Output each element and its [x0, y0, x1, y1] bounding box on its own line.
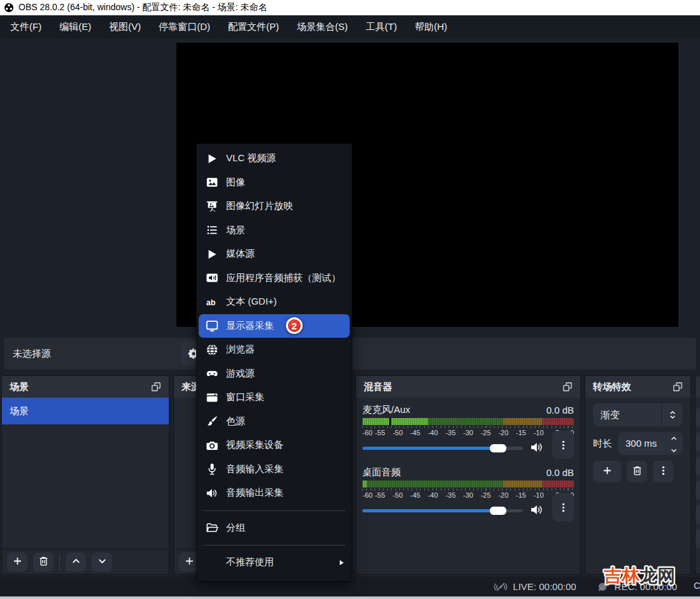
window-bottom-edge	[0, 596, 700, 599]
menu-item[interactable]: 场景	[197, 219, 352, 243]
channel-name: 桌面音频	[362, 466, 401, 479]
menu-item[interactable]: 浏览器	[197, 338, 352, 362]
scale-tick-label: -50	[392, 429, 403, 437]
slideshow-icon	[205, 199, 219, 213]
scale-tick-label: -60	[362, 429, 373, 437]
meter-scale: -60-55-50-45-40-35-30-25-20-15-10-50	[362, 429, 574, 438]
globe-icon	[205, 343, 219, 357]
menu-item[interactable]: 音频输出采集	[197, 481, 352, 505]
menu-item[interactable]: 图像幻灯片放映	[197, 194, 352, 219]
menu-item[interactable]: 显示器采集2	[199, 314, 350, 338]
clipped-button[interactable]	[696, 432, 700, 451]
window-title: OBS 28.0.2 (64-bit, windows) - 配置文件: 未命名…	[18, 2, 268, 13]
transition-options-button[interactable]	[653, 461, 673, 482]
menu-item[interactable]: 应用程序音频捕获（测试）	[197, 266, 352, 291]
scenes-dock: 场景 场景	[1, 375, 169, 575]
duration-spinner[interactable]: 300 ms	[618, 432, 683, 455]
select-chevrons-icon	[661, 403, 683, 426]
menu-item[interactable]: 游戏源	[197, 362, 352, 386]
no-source-label: 未选择源	[13, 338, 51, 370]
scene-list-item[interactable]: 场景	[2, 398, 169, 424]
trash-icon	[631, 465, 643, 479]
menubar-item[interactable]: 编辑(E)	[50, 15, 100, 38]
speaker-icon[interactable]	[529, 440, 546, 456]
volume-slider[interactable]	[362, 509, 523, 512]
menu-item[interactable]: 窗口采集	[197, 386, 352, 410]
menubar-item[interactable]: 配置文件(P)	[219, 15, 288, 38]
channel-db-value: 0.0 dB	[546, 467, 574, 478]
scale-tick-label: -10	[534, 491, 544, 499]
menu-separator	[203, 510, 345, 511]
transition-select[interactable]: 渐变	[593, 403, 683, 426]
popout-icon[interactable]	[561, 380, 574, 393]
kebab-icon	[657, 465, 669, 479]
volume-meter	[362, 480, 574, 487]
remove-transition-button[interactable]	[627, 461, 647, 482]
spinner-chevrons[interactable]	[669, 434, 678, 458]
channel-name: 麦克风/Aux	[362, 404, 410, 416]
menu-item[interactable]: ab文本 (GDI+)	[197, 290, 352, 314]
spin-down-icon[interactable]	[669, 446, 678, 458]
duration-row: 时长 300 ms	[593, 432, 683, 455]
clipped-button[interactable]	[696, 505, 700, 524]
clipped-button[interactable]	[696, 480, 700, 500]
live-status-text: LIVE: 00:00:00	[513, 581, 576, 592]
spin-up-icon[interactable]	[669, 434, 678, 445]
scale-tick-label: -25	[481, 491, 491, 499]
menu-item-label: 音频输出采集	[226, 487, 283, 499]
clipped-button[interactable]	[696, 456, 700, 475]
speaker-icon[interactable]	[529, 502, 546, 519]
add-transition-button[interactable]	[593, 461, 621, 482]
live-status-icon	[494, 580, 508, 594]
play-icon	[205, 152, 219, 166]
menu-item-label: 文本 (GDI+)	[226, 296, 277, 308]
menubar-item[interactable]: 帮助(H)	[406, 15, 456, 38]
popout-icon[interactable]	[150, 380, 162, 393]
menubar-item[interactable]: 停靠窗口(D)	[150, 15, 219, 38]
menu-item[interactable]: 图像	[197, 171, 352, 195]
add-scene-button[interactable]	[7, 552, 27, 572]
scale-tick-label: -45	[410, 491, 420, 499]
camera-icon	[205, 438, 219, 452]
menu-item[interactable]: 不推荐使用	[197, 551, 352, 575]
volume-slider-handle[interactable]	[490, 507, 506, 515]
menu-item[interactable]: 色源	[197, 410, 352, 434]
volume-slider-handle[interactable]	[490, 444, 506, 452]
window-icon	[205, 391, 219, 405]
menu-item[interactable]: 分组	[197, 516, 352, 540]
gamepad-icon	[205, 366, 219, 380]
meter-marker	[389, 418, 391, 425]
obs-logo-icon	[4, 3, 14, 13]
menubar-item[interactable]: 视图(V)	[100, 15, 150, 38]
menu-item[interactable]: 音频输入采集	[197, 458, 352, 482]
menubar-item[interactable]: 场景集合(S)	[288, 15, 357, 38]
meter-level	[362, 418, 428, 425]
controls-dock-clipped	[695, 375, 700, 575]
scene-down-button[interactable]	[92, 552, 112, 572]
watermark: 吉林龙网	[603, 562, 698, 591]
menu-item[interactable]: 媒体源	[197, 242, 352, 266]
menubar-item[interactable]: 工具(T)	[357, 15, 406, 38]
scenes-list: 场景	[2, 398, 169, 424]
menu-item[interactable]: VLC 视频源	[197, 147, 352, 171]
clipped-button[interactable]	[696, 408, 700, 427]
transitions-dock-header: 转场特效	[585, 376, 690, 398]
svg-text:吉林龙网: 吉林龙网	[603, 566, 675, 586]
menubar-item[interactable]: 文件(F)	[1, 15, 50, 38]
remove-scene-button[interactable]	[33, 552, 54, 572]
menu-item[interactable]: 视频采集设备	[197, 433, 352, 458]
channel-options-button[interactable]	[552, 493, 574, 521]
scene-up-button[interactable]	[66, 552, 86, 572]
volume-slider[interactable]	[362, 447, 523, 450]
scale-tick-label: -40	[428, 491, 438, 499]
menu-item-label: 音频输入采集	[226, 463, 283, 475]
scale-tick-label: -30	[463, 491, 473, 499]
clipped-button[interactable]	[696, 529, 700, 548]
scale-tick-label: -10	[534, 429, 544, 437]
mixer-channel: 麦克风/Aux0.0 dB-60-55-50-45-40-35-30-25-20…	[362, 403, 574, 456]
menu-item-label: 场景	[226, 224, 245, 236]
channel-options-button[interactable]	[552, 431, 574, 459]
popout-icon[interactable]	[671, 380, 684, 393]
duration-label: 时长	[593, 438, 612, 450]
menu-bar: 文件(F)编辑(E)视图(V)停靠窗口(D)配置文件(P)场景集合(S)工具(T…	[0, 15, 700, 38]
